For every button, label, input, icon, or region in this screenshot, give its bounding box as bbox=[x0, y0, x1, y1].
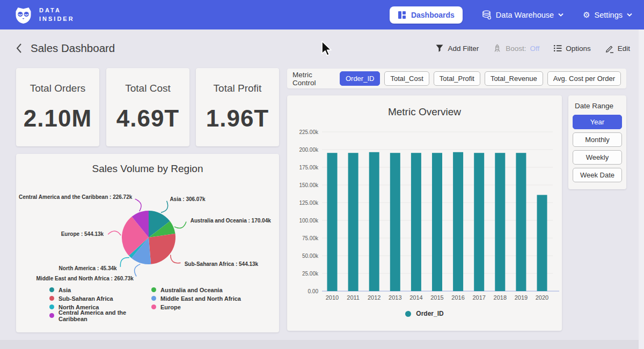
legend-dot-icon bbox=[151, 305, 156, 309]
filter-funnel-icon bbox=[435, 44, 444, 53]
y-tick-label: 125.00k bbox=[299, 200, 319, 206]
metric-option-total-cost[interactable]: Total_Cost bbox=[384, 71, 429, 86]
brand-logo[interactable]: DATA INSIDER bbox=[14, 6, 75, 24]
bar bbox=[411, 153, 421, 291]
legend-label: Central America and the Caribbean bbox=[58, 309, 151, 322]
bar bbox=[474, 153, 484, 291]
x-tick-label: 2016 bbox=[451, 294, 464, 301]
date-range-panel: Date Range YearMonthlyWeeklyWeek Date bbox=[568, 95, 626, 189]
metric-option-total-profit[interactable]: Total_Profit bbox=[434, 71, 480, 86]
date-range-option-year[interactable]: Year bbox=[573, 115, 622, 129]
pie-slice-label: Australia and Oceania : 170.04k bbox=[191, 218, 272, 224]
metric-control-label: Metric Control bbox=[292, 71, 332, 87]
pie-legend-item[interactable]: Middle East and North Africa bbox=[151, 295, 241, 302]
boost-toggle[interactable]: Boost: Off bbox=[493, 44, 539, 53]
back-button[interactable] bbox=[15, 42, 23, 54]
add-filter-button[interactable]: Add Filter bbox=[435, 44, 479, 53]
metric-option-total-revenue[interactable]: Total_Revenue bbox=[485, 71, 543, 86]
nav-data-warehouse[interactable]: Data Warehouse bbox=[482, 10, 564, 20]
bar-chart-card: Metric Overview 0.0025.00k50.00k75.00k10… bbox=[287, 95, 562, 331]
legend-dot-icon bbox=[49, 313, 54, 318]
pie-label-line bbox=[174, 222, 186, 228]
pie-legend: AsiaSub-Saharan AfricaNorth AmericaCentr… bbox=[49, 286, 241, 319]
y-tick-label: 0.00 bbox=[308, 288, 319, 294]
edit-label: Edit bbox=[618, 44, 630, 53]
pie-slice-label: Central America and the Caribbean : 226.… bbox=[19, 194, 133, 200]
legend-label: Asia bbox=[58, 287, 71, 293]
legend-label: Australia and Oceania bbox=[160, 287, 223, 293]
metric-options: Order_IDTotal_CostTotal_ProfitTotal_Reve… bbox=[340, 71, 621, 86]
legend-label: Sub-Saharan Africa bbox=[58, 295, 113, 302]
legend-dot-icon bbox=[151, 296, 156, 301]
nav-settings-label: Settings bbox=[595, 11, 623, 19]
bar bbox=[453, 152, 463, 291]
bar bbox=[432, 153, 442, 291]
bar bbox=[327, 153, 338, 291]
legend-label: Middle East and North Africa bbox=[160, 295, 241, 302]
y-tick-label: 75.00k bbox=[302, 235, 319, 241]
scrollbar-track[interactable] bbox=[639, 29, 644, 349]
bar-chart: 0.0025.00k50.00k75.00k100.00k125.00k150.… bbox=[287, 95, 562, 331]
pie-legend-item[interactable]: Central America and the Caribbean bbox=[49, 312, 151, 319]
pie-slice-label: Asia : 306.07k bbox=[170, 196, 206, 202]
pencil-icon bbox=[605, 44, 614, 53]
kpi-card-total-orders: Total Orders 2.10M bbox=[16, 68, 99, 146]
x-tick-label: 2011 bbox=[347, 294, 360, 301]
pie-legend-item[interactable]: Sub-Saharan Africa bbox=[49, 295, 151, 302]
x-tick-label: 2014 bbox=[409, 294, 422, 301]
brand-text: DATA INSIDER bbox=[39, 6, 75, 24]
chevron-down-icon bbox=[627, 13, 632, 17]
x-tick-label: 2010 bbox=[326, 294, 339, 301]
options-label: Options bbox=[566, 44, 591, 53]
gear-icon: ⚙ bbox=[583, 11, 590, 19]
dashboard-grid-icon bbox=[398, 11, 406, 19]
nav-menu: Dashboards Data Warehouse ⚙ bbox=[390, 6, 632, 24]
owl-logo-icon bbox=[14, 6, 33, 24]
y-tick-label: 175.00k bbox=[299, 165, 319, 170]
chevron-left-icon bbox=[15, 42, 23, 54]
nav-dashboards-label: Dashboards bbox=[411, 11, 455, 19]
legend-dot-icon bbox=[49, 287, 54, 292]
y-tick-label: 25.00k bbox=[302, 271, 319, 277]
x-tick-label: 2013 bbox=[389, 294, 401, 301]
kpi-value: 2.10M bbox=[24, 105, 92, 132]
options-button[interactable]: Options bbox=[553, 44, 591, 53]
kpi-card-total-profit: Total Profit 1.96T bbox=[196, 68, 279, 146]
bottom-strip bbox=[0, 340, 644, 349]
pie-legend-item[interactable]: Europe bbox=[151, 303, 241, 310]
date-range-options: YearMonthlyWeeklyWeek Date bbox=[573, 115, 622, 182]
y-tick-label: 225.00k bbox=[299, 129, 319, 135]
date-range-label: Date Range bbox=[575, 102, 622, 110]
nav-dashboards-button[interactable]: Dashboards bbox=[390, 6, 463, 24]
pie-legend-item[interactable]: Australia and Oceania bbox=[151, 286, 241, 293]
x-tick-label: 2015 bbox=[430, 294, 443, 301]
bar-legend-item[interactable]: Order_ID bbox=[287, 310, 562, 317]
metric-option-order-id[interactable]: Order_ID bbox=[340, 71, 380, 86]
bar bbox=[495, 153, 505, 291]
database-icon bbox=[482, 10, 492, 20]
kpi-value: 1.96T bbox=[206, 105, 269, 132]
metric-option-avg-cost-per-order[interactable]: Avg. Cost per Order bbox=[547, 71, 621, 86]
x-tick-label: 2017 bbox=[472, 294, 485, 301]
y-tick-label: 150.00k bbox=[299, 182, 319, 188]
nav-settings[interactable]: ⚙ Settings bbox=[583, 11, 632, 19]
pie-slice-label: Europe : 544.13k bbox=[61, 231, 104, 237]
date-range-option-monthly[interactable]: Monthly bbox=[573, 132, 622, 147]
date-range-option-week-date[interactable]: Week Date bbox=[573, 168, 622, 182]
kpi-label: Total Cost bbox=[125, 83, 170, 94]
kpi-label: Total Orders bbox=[30, 83, 85, 94]
boost-value: Off bbox=[530, 44, 539, 53]
kpi-value: 4.69T bbox=[116, 105, 180, 132]
edit-button[interactable]: Edit bbox=[605, 44, 630, 53]
x-tick-label: 2020 bbox=[536, 294, 548, 301]
x-tick-label: 2018 bbox=[494, 294, 507, 301]
header-actions: Add Filter Boost: Off bbox=[435, 44, 630, 53]
boost-label: Boost: bbox=[506, 44, 526, 53]
kpi-label: Total Profit bbox=[214, 83, 262, 94]
bar-legend-label: Order_ID bbox=[416, 310, 443, 317]
app-root: DATA INSIDER Dashboards bbox=[0, 0, 644, 349]
pie-legend-item[interactable]: Asia bbox=[49, 286, 151, 293]
date-range-option-weekly[interactable]: Weekly bbox=[573, 150, 622, 165]
page-title: Sales Dashboard bbox=[31, 42, 115, 55]
bar-legend-dot-icon bbox=[405, 311, 411, 317]
